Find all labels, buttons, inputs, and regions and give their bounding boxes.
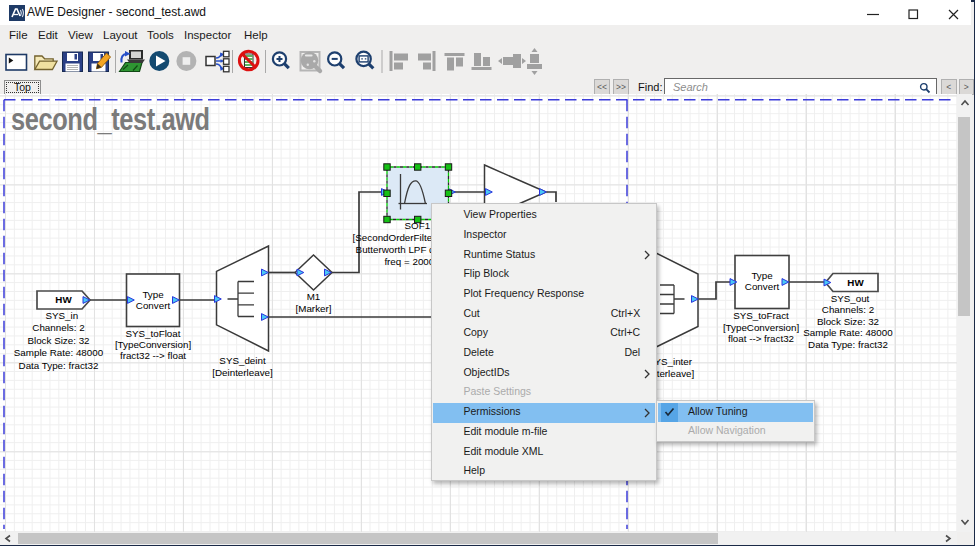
svg-text:fract32 --> float: fract32 --> float xyxy=(120,350,186,361)
svg-text:Channels: 2: Channels: 2 xyxy=(822,304,874,315)
svg-text:[Deinterleave]: [Deinterleave] xyxy=(212,367,273,378)
svg-text:SYS_in: SYS_in xyxy=(45,310,78,321)
svg-text:Data Type: fract32: Data Type: fract32 xyxy=(19,360,99,371)
svg-text:[TypeConversion]: [TypeConversion] xyxy=(723,322,800,333)
svg-text:[Marker]: [Marker] xyxy=(296,303,332,314)
svg-text:Block Size: 32: Block Size: 32 xyxy=(27,335,89,346)
svg-text:SOF1: SOF1 xyxy=(405,220,431,231)
svg-text:HW: HW xyxy=(55,294,72,305)
svg-text:Convert: Convert xyxy=(136,300,171,311)
svg-text:Channels: 2: Channels: 2 xyxy=(32,322,84,333)
svg-text:Convert: Convert xyxy=(745,281,780,292)
svg-text:Sample Rate: 48000: Sample Rate: 48000 xyxy=(14,347,104,358)
svg-text:HW: HW xyxy=(847,277,864,288)
svg-text:Type: Type xyxy=(142,289,164,300)
svg-text:SYS_out: SYS_out xyxy=(831,293,870,304)
svg-text:[TypeConversion]: [TypeConversion] xyxy=(115,339,192,350)
svg-text:Block Size: 32: Block Size: 32 xyxy=(817,316,879,327)
svg-text:SYS_toFloat: SYS_toFloat xyxy=(125,328,180,339)
svg-text:M1: M1 xyxy=(307,291,321,302)
svg-text:SYS_deint: SYS_deint xyxy=(219,355,266,366)
svg-text:Data Type: fract32: Data Type: fract32 xyxy=(808,339,888,350)
svg-text:SYS_toFract: SYS_toFract xyxy=(733,310,789,321)
svg-text:Type: Type xyxy=(751,270,773,281)
svg-text:float --> fract32: float --> fract32 xyxy=(728,333,794,344)
svg-text:Sample Rate: 48000: Sample Rate: 48000 xyxy=(803,327,893,338)
